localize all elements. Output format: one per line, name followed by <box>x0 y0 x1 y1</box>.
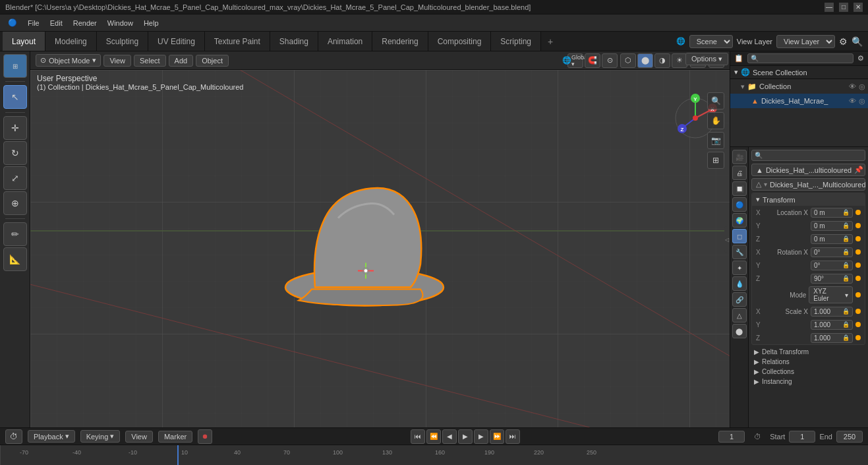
render-props-icon[interactable]: 🎥 <box>732 150 747 164</box>
scale-z-lock[interactable]: 🔒 <box>842 334 850 341</box>
collections-section[interactable]: ▶ Collections <box>751 367 865 377</box>
menu-blender[interactable]: 🔵 <box>3 17 22 28</box>
scene-selector[interactable]: Scene <box>689 35 733 48</box>
material-props-icon[interactable]: ⬤ <box>732 324 747 338</box>
relations-section[interactable]: ▶ Relations <box>751 357 865 367</box>
location-y-input[interactable]: 0 m 🔒 <box>811 221 853 231</box>
object-mode-selector[interactable]: ⊙ Object Mode ▾ <box>36 54 101 67</box>
prev-frame-btn[interactable]: ⏪ <box>426 429 441 444</box>
add-menu-btn[interactable]: Add <box>169 55 194 67</box>
header-search-icon[interactable]: 🔍 <box>852 36 863 47</box>
properties-search-input[interactable] <box>751 150 865 161</box>
close-button[interactable]: ✕ <box>854 3 863 12</box>
collection-visibility-icon[interactable]: 👁 <box>849 82 856 90</box>
modifier-props-icon[interactable]: 🔧 <box>732 245 747 259</box>
rotation-z-input[interactable]: 90° 🔒 <box>811 274 853 284</box>
select-menu-btn[interactable]: Select <box>134 55 166 67</box>
playback-btn[interactable]: Playback ▾ <box>28 430 75 443</box>
location-x-lock[interactable]: 🔒 <box>842 209 850 216</box>
options-button[interactable]: Options ▾ <box>685 53 728 65</box>
tab-compositing[interactable]: Compositing <box>428 32 492 51</box>
constraints-props-icon[interactable]: 🔗 <box>732 292 747 307</box>
menu-file[interactable]: File <box>22 18 45 28</box>
camera-icon[interactable]: 📷 <box>707 132 724 149</box>
prev-keyframe-btn[interactable]: ◀ <box>442 429 457 444</box>
object-name-field[interactable]: ▲ Dickies_Hat_...ulticoloured 📌 <box>751 164 865 176</box>
physics-props-icon[interactable]: 💧 <box>732 276 747 291</box>
outliner-filter-icon[interactable]: ⚙ <box>857 54 864 63</box>
marker-btn[interactable]: Marker <box>158 431 192 443</box>
rotation-y-input[interactable]: 0° 🔒 <box>811 261 853 270</box>
add-workspace-button[interactable]: + <box>541 32 560 51</box>
timeline-icon[interactable]: ⏱ <box>5 429 22 444</box>
snap-icon[interactable]: 🧲 <box>585 53 600 68</box>
zoom-in-icon[interactable]: 🔍 <box>707 92 724 109</box>
tab-scripting[interactable]: Scripting <box>491 32 541 51</box>
measure-tool-btn[interactable]: 📐 <box>3 247 27 271</box>
rotate-tool-btn[interactable]: ↻ <box>3 141 27 165</box>
view-btn[interactable]: View <box>125 431 153 443</box>
tab-uv-editing[interactable]: UV Editing <box>148 32 205 51</box>
object-render-icon[interactable]: ◎ <box>859 97 865 106</box>
rotation-z-lock[interactable]: 🔒 <box>842 275 850 282</box>
menu-help[interactable]: Help <box>138 18 164 28</box>
data-name-field[interactable]: △ ▾ Dickies_Hat_..._Multicoloured <box>751 178 865 191</box>
location-y-lock[interactable]: 🔒 <box>842 222 850 229</box>
view-layer-selector[interactable]: View Layer <box>776 35 835 48</box>
view-menu-btn[interactable]: View <box>103 55 131 67</box>
scale-tool-btn[interactable]: ⤢ <box>3 166 27 190</box>
header-settings-icon[interactable]: ⚙ <box>839 36 848 47</box>
tab-sculpting[interactable]: Sculpting <box>97 32 148 51</box>
transform-header[interactable]: ▾ Transform <box>752 193 865 206</box>
data-mode-selector[interactable]: ▾ <box>764 181 767 188</box>
select-tool-btn[interactable]: ↖ <box>3 85 27 109</box>
rotation-mode-selector[interactable]: XYZ Euler ▾ <box>809 286 853 303</box>
wireframe-icon[interactable]: ⬡ <box>620 53 636 68</box>
object-menu-btn[interactable]: Object <box>196 55 229 67</box>
tab-modeling[interactable]: Modeling <box>45 32 97 51</box>
output-props-icon[interactable]: 🖨 <box>732 166 747 180</box>
instancing-section[interactable]: ▶ Instancing <box>751 377 865 387</box>
menu-window[interactable]: Window <box>102 18 138 28</box>
jump-end-btn[interactable]: ⏭ <box>506 429 520 444</box>
scale-x-lock[interactable]: 🔒 <box>842 308 850 315</box>
collapse-handle[interactable]: ◁ <box>724 226 730 253</box>
pan-icon[interactable]: ✋ <box>707 112 724 129</box>
outliner-item-collection[interactable]: ▾ 📁 Collection 👁 ◎ <box>730 79 868 94</box>
location-z-input[interactable]: 0 m 🔒 <box>811 234 853 244</box>
world-props-icon[interactable]: 🌍 <box>732 213 747 228</box>
rotation-x-input[interactable]: 0° 🔒 <box>811 247 853 257</box>
viewport[interactable]: ⊙ Object Mode ▾ View Select Add Object 🌐… <box>30 51 730 427</box>
tab-layout[interactable]: Layout <box>3 32 45 51</box>
collection-render-icon[interactable]: ◎ <box>859 82 865 91</box>
object-visibility-icon[interactable]: 👁 <box>849 97 856 105</box>
move-tool-btn[interactable]: ✛ <box>3 116 27 140</box>
delta-transform-section[interactable]: ▶ Delta Transform <box>751 347 865 357</box>
minimize-button[interactable]: — <box>825 3 834 12</box>
scene-props-icon[interactable]: 🔵 <box>732 197 747 212</box>
rotation-x-lock[interactable]: 🔒 <box>842 249 850 255</box>
timeline-track[interactable]: -70 -40 -10 10 40 70 100 130 160 190 220… <box>0 445 868 465</box>
tab-shading[interactable]: Shading <box>270 32 318 51</box>
menu-render[interactable]: Render <box>68 18 102 28</box>
location-z-lock[interactable]: 🔒 <box>842 235 850 242</box>
location-x-input[interactable]: 0 m 🔒 <box>811 208 853 218</box>
object-props-icon[interactable]: ◻ <box>732 229 747 243</box>
current-frame-input[interactable]: 1 <box>718 431 745 443</box>
view-layer-props-icon[interactable]: 🔲 <box>732 181 747 196</box>
transform-tool-btn[interactable]: ⊕ <box>3 191 27 215</box>
next-keyframe-btn[interactable]: ▶ <box>474 429 488 444</box>
pin-icon[interactable]: 📌 <box>854 166 863 174</box>
scale-y-input[interactable]: 1.000 🔒 <box>811 320 853 330</box>
record-button[interactable]: ⏺ <box>198 429 212 444</box>
end-frame-input[interactable]: 250 <box>836 431 863 443</box>
scale-y-lock[interactable]: 🔒 <box>842 321 850 328</box>
tab-rendering[interactable]: Rendering <box>372 32 428 51</box>
material-icon[interactable]: ◑ <box>654 53 670 68</box>
maximize-button[interactable]: □ <box>839 3 848 12</box>
proportional-icon[interactable]: ⊙ <box>602 53 618 68</box>
outliner-search-input[interactable] <box>747 53 854 63</box>
menu-edit[interactable]: Edit <box>45 18 68 28</box>
mode-icon-btn[interactable]: ⊞ <box>3 54 27 78</box>
next-frame-btn[interactable]: ⏩ <box>490 429 504 444</box>
